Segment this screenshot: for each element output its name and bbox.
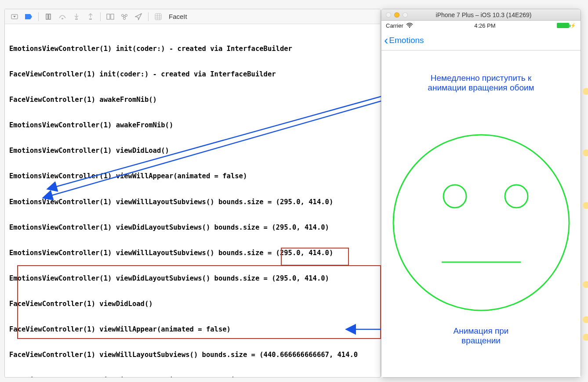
console-line: EmotionsViewController(1) viewWillAppear…	[9, 172, 376, 180]
bookmark-button[interactable]	[22, 11, 35, 22]
annotation-line: вращении	[461, 336, 501, 345]
dropdown-button[interactable]	[8, 11, 21, 22]
console-line: FaceViewController(1) viewWillAppear(ani…	[9, 325, 376, 334]
charging-icon: ⚡	[570, 23, 576, 29]
svg-point-9	[125, 14, 127, 16]
svg-point-18	[505, 185, 528, 208]
console-line: EmotionsViewController(1) viewDidLayoutS…	[9, 223, 376, 232]
memory-graph-button[interactable]	[118, 11, 131, 22]
console-line: EmotionsViewController(1) viewDidLoad()	[9, 147, 376, 155]
console-pane: FaceIt EmotionsViewController(1) init(co…	[4, 9, 381, 378]
crumb-icon	[583, 316, 588, 323]
step-over-button[interactable]	[56, 11, 69, 22]
svg-rect-7	[111, 14, 114, 19]
crumb-icon	[583, 281, 588, 288]
location-icon	[135, 13, 142, 20]
console-line: FaceViewController(1) init(coder:) - cre…	[9, 70, 376, 79]
scheme-label: FaceIt	[166, 13, 187, 20]
back-button-label[interactable]: Emotions	[389, 36, 424, 45]
step-over-icon	[58, 14, 66, 20]
traffic-lights	[386, 12, 408, 18]
crumb-icon	[583, 88, 588, 95]
console-toolbar: FaceIt	[5, 9, 380, 24]
annotation-line: Анимация при	[454, 326, 509, 335]
annotation-line: анимации вращения обоим	[428, 83, 534, 92]
svg-rect-2	[49, 14, 51, 19]
close-icon[interactable]	[386, 12, 391, 18]
bookmark-icon	[25, 14, 33, 20]
svg-rect-3	[62, 18, 63, 19]
console-line: FaceViewController(1) viewWillLayoutSubv…	[9, 351, 376, 359]
svg-rect-4	[75, 18, 78, 20]
pause-button[interactable]	[42, 11, 54, 22]
console-line: FaceViewController(1) viewDidLayoutSubvi…	[9, 376, 376, 377]
separator	[100, 12, 101, 21]
scheme-icon-button[interactable]	[152, 11, 164, 22]
step-into-icon	[74, 13, 79, 20]
console-line: EmotionsViewController(1) viewWillLayout…	[9, 198, 376, 206]
svg-point-16	[393, 135, 569, 310]
separator	[148, 12, 149, 21]
simulator-window: iPhone 7 Plus – iOS 10.3 (14E269) Carrie…	[381, 9, 581, 378]
face-view	[389, 130, 573, 315]
console-line: EmotionsViewController(1) viewDidLayoutS…	[9, 274, 376, 283]
annotation-text: Немедленно приступить к анимации вращени…	[381, 73, 581, 93]
memory-graph-icon	[120, 14, 128, 20]
svg-rect-1	[46, 14, 48, 19]
status-bar: Carrier 4:26 PM ⚡	[381, 21, 581, 30]
console-line: EmotionsViewController(1) awakeFromNib()	[9, 121, 376, 130]
back-chevron-icon[interactable]: ‹	[384, 34, 388, 47]
svg-rect-6	[107, 14, 110, 19]
dropdown-icon	[11, 14, 18, 19]
crumb-icon	[583, 202, 588, 209]
wifi-icon	[406, 23, 413, 28]
svg-point-17	[443, 185, 466, 208]
navigation-bar: ‹ Emotions	[381, 30, 581, 50]
svg-rect-11	[155, 14, 161, 20]
crumb-icon	[583, 149, 588, 156]
console-output[interactable]: EmotionsViewController(1) init(coder:) -…	[5, 24, 380, 377]
console-line: EmotionsViewController(1) init(coder:) -…	[9, 45, 376, 53]
svg-rect-5	[89, 18, 92, 20]
annotation-text: Анимация при вращении	[381, 326, 581, 346]
grid-icon	[155, 13, 162, 20]
annotation-line: Немедленно приступить к	[431, 73, 532, 83]
step-into-button[interactable]	[70, 11, 83, 22]
separator	[38, 12, 39, 21]
carrier-label: Carrier	[386, 22, 403, 29]
console-line: EmotionsViewController(1) viewWillLayout…	[9, 249, 376, 257]
debug-view-button[interactable]	[104, 11, 116, 22]
step-out-icon	[88, 13, 93, 20]
console-line: FaceViewController(1) awakeFromNib()	[9, 96, 376, 104]
simulator-title: iPhone 7 Plus – iOS 10.3 (14E269)	[413, 11, 576, 18]
svg-point-10	[123, 17, 126, 19]
clock-label: 4:26 PM	[474, 22, 495, 29]
location-button[interactable]	[132, 11, 145, 22]
debug-view-icon	[106, 14, 114, 20]
crumb-icon	[583, 334, 588, 341]
battery-icon	[557, 23, 569, 28]
console-line: FaceViewController(1) viewDidLoad()	[9, 300, 376, 308]
minimize-icon[interactable]	[394, 12, 399, 18]
side-crumbs	[582, 70, 588, 369]
zoom-icon[interactable]	[403, 12, 408, 18]
step-out-button[interactable]	[84, 11, 97, 22]
svg-point-8	[122, 14, 124, 16]
pause-icon	[45, 14, 51, 20]
simulator-screen: Carrier 4:26 PM ⚡ ‹ Emotions Немедленно …	[381, 21, 581, 377]
svg-point-15	[409, 27, 410, 28]
simulator-titlebar: iPhone 7 Plus – iOS 10.3 (14E269)	[381, 9, 581, 21]
